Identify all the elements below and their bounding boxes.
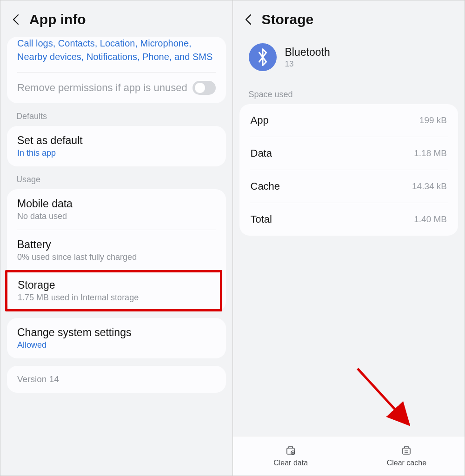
app-size-value: 199 kB [419,115,447,126]
header: Storage [233,0,465,37]
version-card: Version 14 [7,366,226,393]
remove-permissions-toggle[interactable] [193,81,216,95]
bluetooth-icon [249,43,277,71]
space-used-label: Space used [233,81,465,104]
clear-data-label: Clear data [273,459,308,467]
storage-row[interactable]: Storage 1.75 MB used in Internal storage [7,272,220,309]
system-settings-card: Change system settings Allowed [7,318,226,358]
app-size-row: App 199 kB [239,104,458,137]
defaults-section-label: Defaults [0,103,232,126]
space-used-card: App 199 kB Data 1.18 MB Cache 14.34 kB T… [239,104,458,236]
battery-row[interactable]: Battery 0% used since last fully charged [7,230,226,271]
permissions-link[interactable]: Call logs, Contacts, Location, Microphon… [7,37,226,72]
battery-title: Battery [17,238,216,251]
total-size-label: Total [251,213,272,225]
data-size-value: 1.18 MB [414,148,447,159]
back-button[interactable] [12,13,21,26]
app-meta: Bluetooth 13 [285,46,330,69]
page-title: App info [29,12,86,27]
mobile-data-sub: No data used [17,212,216,221]
app-size-label: App [251,114,269,126]
data-size-row: Data 1.18 MB [239,137,458,170]
version-text: Version 14 [17,374,216,384]
app-version: 13 [285,60,330,69]
app-name: Bluetooth [285,46,330,59]
broom-icon [400,443,413,456]
back-button[interactable] [244,13,253,26]
app-info-screen: App info Call logs, Contacts, Location, … [0,0,233,476]
storage-sub: 1.75 MB used in Internal storage [18,293,210,303]
trash-icon [284,443,297,456]
mobile-data-row[interactable]: Mobile data No data used [7,189,226,230]
clear-data-button[interactable]: Clear data [233,443,349,467]
total-size-value: 1.40 MB [414,214,447,225]
header: App info [0,0,232,37]
chevron-left-icon [244,13,253,26]
storage-screen: Storage Bluetooth 13 Space used App 199 … [233,0,465,476]
clear-cache-label: Clear cache [387,459,426,467]
cache-size-value: 14.34 kB [412,181,447,192]
page-title: Storage [262,12,314,27]
cache-size-row: Cache 14.34 kB [239,170,458,203]
chevron-left-icon [12,13,21,26]
set-as-default-row[interactable]: Set as default In this app [7,126,226,166]
storage-row-highlight: Storage 1.75 MB used in Internal storage [5,270,222,311]
mobile-data-title: Mobile data [17,198,216,210]
storage-title: Storage [18,279,210,291]
app-header: Bluetooth 13 [233,37,465,81]
version-row: Version 14 [7,366,226,393]
change-system-settings-sub: Allowed [17,340,216,350]
set-as-default-sub: In this app [17,148,216,158]
change-system-settings-row[interactable]: Change system settings Allowed [7,318,226,358]
usage-section-label: Usage [0,166,232,189]
remove-permissions-row[interactable]: Remove permissions if app is unused [7,73,226,103]
clear-cache-button[interactable]: Clear cache [349,443,465,467]
annotation-arrow [353,364,427,438]
bottom-bar: Clear data Clear cache [233,436,465,476]
data-size-label: Data [251,147,272,159]
remove-permissions-label: Remove permissions if app is unused [17,81,193,95]
defaults-card: Set as default In this app [7,126,226,166]
set-as-default-title: Set as default [17,134,216,147]
total-size-row: Total 1.40 MB [239,203,458,236]
battery-sub: 0% used since last fully charged [17,252,216,262]
permissions-card: Call logs, Contacts, Location, Microphon… [7,37,226,103]
usage-card: Mobile data No data used Battery 0% used… [7,189,226,311]
change-system-settings-title: Change system settings [17,326,216,339]
cache-size-label: Cache [251,180,280,192]
